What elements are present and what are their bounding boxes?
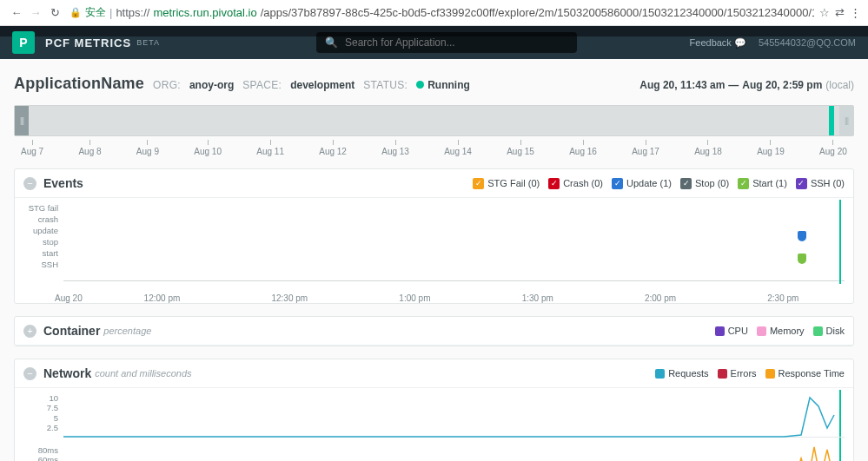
legend-label: Disk — [826, 326, 845, 336]
y-tick: crash — [23, 214, 58, 224]
container-panel: + Container percentage CPUMemoryDisk — [14, 316, 854, 346]
header-row: ApplicationName ORG: anoy-org SPACE: dev… — [14, 68, 854, 105]
ruler-tick: Aug 18 — [694, 140, 722, 156]
ruler-tick: Aug 17 — [632, 140, 659, 156]
legend-label: Update (1) — [626, 178, 672, 188]
back-button[interactable]: ← — [7, 3, 26, 23]
lock-icon: 🔒 — [70, 7, 82, 18]
events-title: Events — [43, 176, 83, 190]
legend-item[interactable]: ✓Start (1) — [738, 178, 787, 189]
app-topbar: P PCF METRICS BETA 🔍 Feedback 💬 54554403… — [0, 26, 868, 59]
forward-button[interactable]: → — [26, 3, 45, 23]
container-title: Container — [43, 324, 100, 338]
event-marker-start[interactable] — [798, 254, 806, 264]
reload-button[interactable]: ↻ — [45, 3, 64, 23]
events-y-axis: STG failcrashupdatestopstartSSH — [23, 203, 63, 281]
collapse-toggle[interactable]: − — [23, 367, 36, 380]
time-tz: (local) — [825, 79, 854, 91]
legend-label: Memory — [770, 326, 805, 336]
url-bar[interactable]: 🔒 安全 | https://metrics.run.pivotal.io/ap… — [70, 5, 814, 20]
app-search[interactable]: 🔍 — [316, 32, 577, 53]
app-name: ApplicationName — [14, 75, 144, 93]
legend-item[interactable]: Requests — [655, 368, 708, 379]
space-value: development — [290, 79, 354, 91]
collapse-toggle[interactable]: − — [23, 177, 36, 190]
range-selection-marker[interactable] — [829, 106, 834, 135]
extension-icon[interactable]: ⇄ — [835, 6, 845, 19]
swatch-icon — [813, 326, 823, 336]
checkbox-icon: ✓ — [473, 178, 484, 189]
legend-item[interactable]: ✓SSH (0) — [796, 178, 845, 189]
checkbox-icon: ✓ — [680, 178, 692, 189]
expand-toggle[interactable]: + — [23, 325, 36, 338]
time-sep: — — [728, 79, 739, 91]
network-chart[interactable] — [63, 393, 845, 461]
brand-text: PCF METRICS — [45, 36, 131, 49]
brand-logo[interactable]: P — [12, 31, 35, 54]
legend-label: SSH (0) — [811, 178, 845, 188]
ruler-tick: Aug 7 — [21, 140, 43, 156]
legend-item[interactable]: Errors — [718, 368, 757, 379]
legend-label: Requests — [668, 368, 708, 379]
url-scheme: https:// — [116, 6, 149, 19]
ruler-tick: Aug 10 — [194, 140, 222, 156]
feedback-link[interactable]: Feedback 💬 — [690, 37, 746, 49]
user-label[interactable]: 545544032@QQ.COM — [759, 37, 856, 48]
x-tick: 2:00 pm — [645, 293, 676, 303]
legend-item[interactable]: ✓Crash (0) — [548, 178, 603, 189]
time-range-bar[interactable]: ||| ||| — [14, 105, 854, 136]
legend-item[interactable]: Memory — [757, 326, 805, 336]
org-label: ORG: — [153, 79, 181, 91]
legend-label: Response Time — [779, 368, 845, 379]
legend-item[interactable]: ✓Stop (0) — [680, 178, 729, 189]
ruler-tick: Aug 13 — [381, 140, 409, 156]
network-sparklines — [63, 393, 845, 461]
event-marker-update[interactable] — [798, 231, 806, 241]
ruler-tick: Aug 16 — [569, 140, 597, 156]
y-tick: stop — [23, 237, 58, 247]
x-tick: 12:30 pm — [271, 293, 308, 303]
legend-item[interactable]: ✓Update (1) — [612, 178, 672, 189]
ruler-tick: Aug 8 — [78, 140, 101, 156]
y-tick: 5 — [23, 413, 58, 423]
search-input[interactable] — [345, 36, 568, 49]
menu-icon[interactable]: ⋮ — [850, 6, 861, 19]
y-tick: 80ms — [23, 445, 58, 455]
star-icon[interactable]: ☆ — [819, 6, 830, 19]
y-tick: 7.5 — [23, 403, 58, 412]
time-from: Aug 20, 11:43 am — [639, 79, 725, 91]
legend-label: Errors — [731, 368, 757, 379]
x-tick: 2:30 pm — [767, 293, 798, 303]
y-tick: 2.5 — [23, 423, 58, 432]
network-legend: RequestsErrorsResponse Time — [655, 368, 845, 379]
legend-item[interactable]: CPU — [715, 326, 748, 336]
range-handle-right[interactable]: ||| — [839, 106, 853, 135]
ruler-tick: Aug 20 — [819, 140, 847, 156]
time-to: Aug 20, 2:59 pm — [742, 79, 822, 91]
network-panel: − Network count and milliseconds Request… — [14, 359, 854, 461]
time-ruler: Aug 7Aug 8Aug 9Aug 10Aug 11Aug 12Aug 13A… — [14, 136, 854, 156]
legend-label: CPU — [728, 326, 748, 336]
checkbox-icon: ✓ — [738, 178, 749, 189]
legend-item[interactable]: Response Time — [765, 368, 845, 379]
events-x-start: Aug 20 — [55, 293, 98, 303]
status-label: STATUS: — [363, 79, 407, 91]
legend-item[interactable]: ✓STG Fail (0) — [473, 178, 540, 189]
events-chart[interactable] — [63, 203, 845, 281]
ruler-tick: Aug 11 — [256, 140, 284, 156]
container-subtitle: percentage — [103, 326, 151, 336]
y-tick: update — [23, 226, 58, 235]
content: ApplicationName ORG: anoy-org SPACE: dev… — [0, 59, 868, 461]
checkbox-icon: ✓ — [796, 178, 807, 189]
swatch-icon — [765, 369, 775, 379]
range-handle-left[interactable]: ||| — [15, 106, 29, 135]
y-tick: 10 — [23, 393, 58, 403]
y-tick: 60ms — [23, 455, 58, 461]
status-value: Running — [416, 76, 470, 92]
checkbox-icon: ✓ — [612, 178, 623, 189]
ruler-tick: Aug 9 — [136, 140, 159, 156]
ruler-tick: Aug 15 — [507, 140, 534, 156]
space-label: SPACE: — [242, 79, 282, 91]
legend-item[interactable]: Disk — [813, 326, 845, 336]
legend-label: STG Fail (0) — [487, 178, 540, 188]
